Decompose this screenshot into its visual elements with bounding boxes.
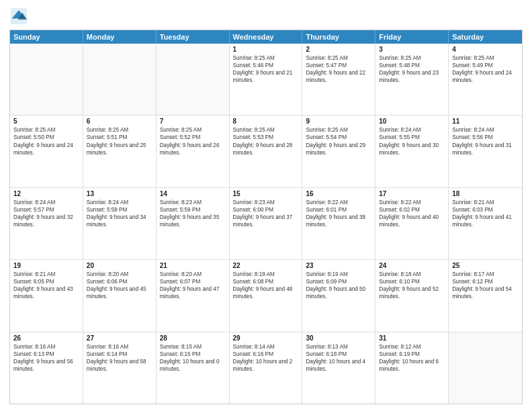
calendar-cell — [10, 44, 83, 115]
daylight-text: Daylight: 9 hours and 38 minutes. — [306, 214, 371, 228]
daylight-text: Daylight: 9 hours and 24 minutes. — [452, 69, 519, 84]
day-number: 19 — [13, 262, 79, 269]
daylight-text: Daylight: 9 hours and 28 minutes. — [233, 142, 299, 156]
daylight-text: Daylight: 9 hours and 32 minutes. — [13, 214, 79, 228]
calendar-cell: 9Sunrise: 8:25 AMSunset: 5:54 PMDaylight… — [302, 116, 375, 187]
sunrise-text: Sunrise: 8:25 AM — [306, 126, 371, 134]
calendar-cell: 14Sunrise: 8:23 AMSunset: 5:59 PMDayligh… — [157, 188, 230, 259]
sunset-text: Sunset: 5:50 PM — [13, 134, 79, 141]
calendar-cell: 13Sunrise: 8:24 AMSunset: 5:58 PMDayligh… — [83, 188, 157, 259]
calendar-row: 26Sunrise: 8:16 AMSunset: 6:13 PMDayligh… — [10, 332, 522, 404]
daylight-text: Daylight: 9 hours and 25 minutes. — [87, 142, 152, 156]
day-number: 17 — [379, 190, 445, 197]
sunset-text: Sunset: 6:06 PM — [87, 278, 152, 285]
sunset-text: Sunset: 6:19 PM — [379, 351, 445, 358]
sunset-text: Sunset: 6:03 PM — [452, 206, 519, 214]
sunrise-text: Sunrise: 8:16 AM — [13, 343, 79, 351]
sunrise-text: Sunrise: 8:25 AM — [160, 126, 226, 134]
day-number: 26 — [13, 334, 79, 342]
sunrise-text: Sunrise: 8:18 AM — [379, 271, 445, 278]
sunrise-text: Sunrise: 8:24 AM — [13, 199, 79, 206]
sunset-text: Sunset: 5:46 PM — [233, 62, 299, 69]
daylight-text: Daylight: 9 hours and 21 minutes. — [233, 69, 299, 84]
header-day-thursday: Thursday — [302, 30, 375, 44]
calendar-cell: 26Sunrise: 8:16 AMSunset: 6:13 PMDayligh… — [10, 332, 83, 404]
calendar-row: 1Sunrise: 8:25 AMSunset: 5:46 PMDaylight… — [10, 44, 522, 115]
sunset-text: Sunset: 6:09 PM — [306, 278, 371, 285]
day-number: 8 — [233, 118, 299, 125]
sunrise-text: Sunrise: 8:23 AM — [160, 199, 226, 206]
calendar-cell: 2Sunrise: 8:25 AMSunset: 5:47 PMDaylight… — [302, 44, 375, 115]
daylight-text: Daylight: 10 hours and 6 minutes. — [379, 358, 445, 373]
daylight-text: Daylight: 9 hours and 23 minutes. — [379, 69, 445, 84]
sunrise-text: Sunrise: 8:12 AM — [379, 343, 445, 351]
sunset-text: Sunset: 6:18 PM — [306, 351, 371, 358]
calendar-cell: 30Sunrise: 8:13 AMSunset: 6:18 PMDayligh… — [302, 332, 375, 404]
sunset-text: Sunset: 6:13 PM — [13, 351, 79, 358]
sunset-text: Sunset: 5:49 PM — [452, 62, 519, 69]
calendar-cell: 1Sunrise: 8:25 AMSunset: 5:46 PMDaylight… — [230, 44, 303, 115]
daylight-text: Daylight: 9 hours and 35 minutes. — [160, 214, 226, 228]
calendar-cell: 27Sunrise: 8:16 AMSunset: 6:14 PMDayligh… — [83, 332, 157, 404]
sunset-text: Sunset: 5:54 PM — [306, 134, 371, 141]
sunrise-text: Sunrise: 8:25 AM — [87, 126, 152, 134]
logo-icon — [9, 7, 28, 26]
calendar-cell: 15Sunrise: 8:23 AMSunset: 6:00 PMDayligh… — [230, 188, 303, 259]
sunset-text: Sunset: 5:55 PM — [379, 134, 445, 141]
sunset-text: Sunset: 6:00 PM — [233, 206, 299, 214]
calendar-cell: 11Sunrise: 8:24 AMSunset: 5:56 PMDayligh… — [449, 116, 522, 187]
sunrise-text: Sunrise: 8:17 AM — [452, 271, 519, 278]
header-day-saturday: Saturday — [449, 30, 522, 44]
sunset-text: Sunset: 6:05 PM — [13, 278, 79, 285]
sunrise-text: Sunrise: 8:13 AM — [306, 343, 371, 351]
sunrise-text: Sunrise: 8:25 AM — [306, 54, 371, 62]
daylight-text: Daylight: 9 hours and 41 minutes. — [452, 214, 519, 228]
sunrise-text: Sunrise: 8:16 AM — [87, 343, 152, 351]
sunset-text: Sunset: 6:10 PM — [379, 278, 445, 285]
daylight-text: Daylight: 9 hours and 37 minutes. — [233, 214, 299, 228]
day-number: 11 — [452, 118, 519, 125]
sunrise-text: Sunrise: 8:21 AM — [13, 271, 79, 278]
day-number: 7 — [160, 118, 226, 125]
daylight-text: Daylight: 9 hours and 40 minutes. — [379, 214, 445, 228]
calendar-cell: 17Sunrise: 8:22 AMSunset: 6:02 PMDayligh… — [375, 188, 449, 259]
calendar-cell: 18Sunrise: 8:21 AMSunset: 6:03 PMDayligh… — [449, 188, 522, 259]
header-day-sunday: Sunday — [10, 30, 83, 44]
sunrise-text: Sunrise: 8:14 AM — [233, 343, 299, 351]
sunrise-text: Sunrise: 8:25 AM — [379, 54, 445, 62]
calendar-cell: 19Sunrise: 8:21 AMSunset: 6:05 PMDayligh… — [10, 260, 83, 331]
daylight-text: Daylight: 9 hours and 30 minutes. — [379, 142, 445, 156]
day-number: 15 — [233, 190, 299, 197]
sunset-text: Sunset: 5:48 PM — [379, 62, 445, 69]
calendar-cell — [157, 44, 230, 115]
sunset-text: Sunset: 6:14 PM — [87, 351, 152, 358]
day-number: 22 — [233, 262, 299, 269]
day-number: 6 — [87, 118, 152, 125]
sunset-text: Sunset: 6:02 PM — [379, 206, 445, 214]
day-number: 13 — [87, 190, 152, 197]
sunset-text: Sunset: 5:53 PM — [233, 134, 299, 141]
day-number: 16 — [306, 190, 371, 197]
calendar-cell: 16Sunrise: 8:22 AMSunset: 6:01 PMDayligh… — [302, 188, 375, 259]
day-number: 31 — [379, 334, 445, 342]
daylight-text: Daylight: 9 hours and 58 minutes. — [87, 358, 152, 373]
calendar-row: 19Sunrise: 8:21 AMSunset: 6:05 PMDayligh… — [10, 259, 522, 331]
daylight-text: Daylight: 9 hours and 52 minutes. — [379, 285, 445, 300]
daylight-text: Daylight: 9 hours and 34 minutes. — [87, 214, 152, 228]
sunset-text: Sunset: 5:57 PM — [13, 206, 79, 214]
calendar-cell — [449, 332, 522, 404]
day-number: 28 — [160, 334, 226, 342]
sunset-text: Sunset: 6:07 PM — [160, 278, 226, 285]
calendar-cell: 8Sunrise: 8:25 AMSunset: 5:53 PMDaylight… — [230, 116, 303, 187]
day-number: 9 — [306, 118, 371, 125]
sunrise-text: Sunrise: 8:15 AM — [160, 343, 226, 351]
daylight-text: Daylight: 10 hours and 0 minutes. — [160, 358, 226, 373]
calendar-cell: 20Sunrise: 8:20 AMSunset: 6:06 PMDayligh… — [83, 260, 157, 331]
sunrise-text: Sunrise: 8:25 AM — [233, 126, 299, 134]
daylight-text: Daylight: 9 hours and 24 minutes. — [13, 142, 79, 156]
daylight-text: Daylight: 9 hours and 31 minutes. — [452, 142, 519, 156]
day-number: 3 — [379, 46, 445, 53]
sunset-text: Sunset: 5:51 PM — [87, 134, 152, 141]
daylight-text: Daylight: 9 hours and 54 minutes. — [452, 285, 519, 300]
sunset-text: Sunset: 6:08 PM — [233, 278, 299, 285]
